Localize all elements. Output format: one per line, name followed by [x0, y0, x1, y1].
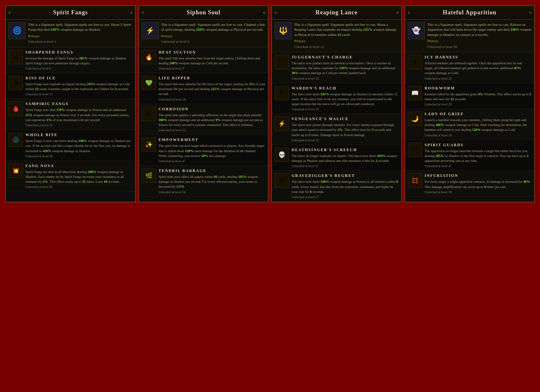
skill-card: 🗡WARDEN'S REACHThe lance now deals 245% …: [272, 83, 401, 114]
skill-unlock: Unlocked at level 6: [25, 67, 133, 70]
column-reaping-lance: Reaping Lance🔱This is a Signature spell.…: [271, 5, 402, 202]
column-hateful-apparition: Hateful Apparition👻This is a Signature s…: [405, 5, 535, 202]
skill-icon: 🌑: [8, 133, 23, 147]
skill-info: VENGEANCE'S MALICEThe lance now passes t…: [292, 117, 399, 142]
signature-card: 🌀This is a Signature spell. Signature sp…: [6, 20, 135, 47]
skill-icon: ☠: [275, 173, 289, 188]
column-header: Hateful Apparition: [405, 6, 534, 20]
signature-card: 👻This is a Signature spell. Signature sp…: [405, 20, 534, 52]
skill-card: 🔥HEAT SUCTIONThe spirit link now absorbs…: [139, 47, 268, 73]
signature-type: Primary: [161, 34, 266, 39]
skill-icon: 🛡: [408, 143, 422, 157]
skill-icon: ✨: [142, 137, 156, 152]
skill-description: The spirit link now absorbs the life for…: [159, 82, 266, 97]
signature-card: ⚡This is a Signature spell. Signature sp…: [139, 20, 268, 47]
skill-name: VAMPIRIC FANGS: [25, 102, 133, 106]
skill-icon: 💥: [8, 164, 23, 178]
skill-info: DEATHSINGER'S SCREECHThe lance no longer…: [292, 148, 399, 168]
column-header: Siphon Soul: [139, 6, 268, 20]
skill-unlock: Unlocked at level 54: [159, 190, 266, 194]
skill-icon: ❄: [408, 55, 422, 69]
skill-description: For every target a single apparition con…: [425, 179, 532, 189]
skill-info: KISS OF ICESpirit Fangs now explode on i…: [25, 76, 133, 96]
skill-name: ICY HARNESS: [425, 55, 532, 60]
skill-name: HEAT SUCTION: [159, 50, 266, 55]
skill-info: TENDRIL BARRAGESpirit links now affect a…: [159, 168, 266, 194]
skill-card: 🌙LADY OF GRIEFLaunch a banshee towards y…: [405, 109, 534, 140]
skill-icon: ☠: [142, 107, 156, 121]
column-title: Reaping Lance: [315, 9, 357, 16]
skill-unlock: Unlocked at level 29: [425, 102, 532, 106]
page-container: Spirit Fangs🌀This is a Signature spell. …: [5, 5, 535, 202]
skill-name: INFURIATION: [425, 173, 532, 178]
skill-card: ✨EMPOWERMENTThe spirit link can now targ…: [139, 135, 268, 166]
skill-unlock: Unlocked at level 35: [292, 138, 399, 142]
skill-unlock: Unlocked at level 59: [425, 190, 532, 194]
skill-unlock: Unlocked at level 51: [292, 164, 399, 168]
skill-description: Affected enemies are tethered together. …: [425, 61, 532, 76]
skill-info: WARDEN'S REACHThe lance now deals 245% w…: [292, 86, 399, 111]
skill-info: HEAT SUCTIONThe spirit link now absorbs …: [159, 50, 266, 70]
skill-icon: 🩸: [8, 102, 23, 116]
skill-description: The lance no longer explodes on impact. …: [292, 153, 399, 163]
skill-card: ⚡VENGEANCE'S MALICEThe lance now passes …: [272, 114, 401, 145]
skill-description: The spirit link applies a spreading affl…: [159, 113, 266, 128]
signature-icon: ⚡: [142, 22, 159, 39]
skill-card: ❄ICY HARNESSAffected enemies are tethere…: [405, 52, 534, 83]
skill-name: LIFE RIPPER: [159, 76, 266, 81]
skill-info: EMPOWERMENTThe spirit link can now targe…: [159, 137, 266, 163]
skill-description: Spirit Fangs now explode on impact deali…: [25, 82, 133, 91]
skill-icon: ⚔: [8, 50, 23, 64]
skill-card: 🩸VAMPIRIC FANGSSpirit Fangs now deal 170…: [6, 99, 135, 130]
signature-type: Primary: [294, 39, 399, 43]
signature-unlock: Unlocked at level 20: [427, 44, 532, 49]
skill-description: The lance now deals 245% weapon damage a…: [292, 92, 399, 107]
skill-unlock: Unlocked at level 57: [292, 195, 399, 199]
skill-card: ❄KISS OF ICESpirit Fangs now explode on …: [6, 73, 135, 99]
skill-name: FANG NOVA: [25, 164, 133, 168]
skill-unlock: Unlocked at level 18: [159, 98, 266, 101]
skill-description: Spirit Fangs are shot in all directions …: [25, 169, 133, 184]
skill-description: The lance now pushes back all enemies it…: [292, 61, 399, 76]
skill-card: 💚LIFE RIPPERThe spirit link now absorbs …: [139, 73, 268, 104]
skill-name: GRAVEDIGGER'S REGRET: [292, 173, 399, 178]
skill-unlock: Unlocked at level 33: [159, 128, 266, 132]
skill-name: WHOLE BITE: [25, 133, 133, 137]
signature-icon: 🌀: [8, 22, 25, 39]
skill-unlock: Unlocked at level 25: [25, 123, 133, 127]
skill-info: JUGGERNAUT'S CHARGEThe lance now pushes …: [292, 55, 399, 80]
skill-unlock: Unlocked at level 24: [292, 107, 399, 111]
column-title: Hateful Apparition: [443, 9, 497, 16]
skill-unlock: Unlocked at level 9: [159, 67, 266, 70]
skill-description: Spirit links now affect all targets with…: [159, 174, 266, 189]
skill-icon: 🌙: [408, 112, 422, 126]
skill-name: KISS OF ICE: [25, 76, 133, 81]
skill-description: Launch a banshee towards your enemies, c…: [425, 118, 532, 133]
skill-unlock: Unlocked at level 38: [425, 133, 532, 137]
skill-name: SHARPENED FANGS: [25, 50, 133, 55]
skill-description: The lance now deals 320% weapon damage a…: [292, 179, 399, 194]
skill-unlock: Unlocked at level 19: [292, 77, 399, 80]
skill-description: The spirit link can now target allied co…: [159, 143, 266, 158]
skill-info: FANG NOVASpirit Fangs are shot in all di…: [25, 164, 133, 189]
skill-info: LIFE RIPPERThe spirit link now absorbs t…: [159, 76, 266, 101]
skill-card: 🛡JUGGERNAUT'S CHARGEThe lance now pushes…: [272, 52, 401, 83]
skill-icon: 💢: [408, 173, 422, 188]
skill-icon: 💚: [142, 76, 156, 90]
skill-info: INFURIATIONFor every target a single app…: [425, 173, 532, 194]
skill-name: EMPOWERMENT: [159, 137, 266, 142]
skill-info: VAMPIRIC FANGSSpirit Fangs now deal 170%…: [25, 102, 133, 127]
skill-description: Spirit Fangs now deal 170% weapon damage…: [25, 107, 133, 122]
skill-icon: 🗡: [275, 86, 289, 100]
signature-type: Primary: [28, 34, 133, 39]
skill-unlock: Unlocked at level 36: [25, 154, 133, 158]
signature-type: Primary: [427, 39, 532, 43]
signature-text: This is a Signature spell. Signature spe…: [161, 22, 266, 44]
skill-unlock: Unlocked at level 13: [25, 92, 133, 96]
skill-info: ICY HARNESSAffected enemies are tethered…: [425, 55, 532, 80]
column-title: Siphon Soul: [186, 9, 220, 16]
skill-info: SPIRIT GUARDSThe apparition no longer la…: [425, 143, 532, 168]
signature-icon: 🔱: [275, 22, 292, 39]
skill-icon: 🔥: [142, 50, 156, 64]
column-header: Reaping Lance: [272, 6, 401, 20]
